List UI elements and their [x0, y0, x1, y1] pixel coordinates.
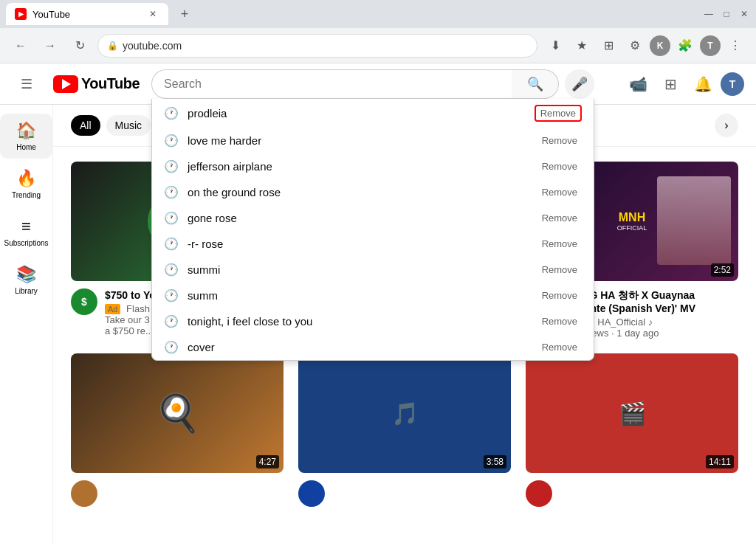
menu-dots-icon[interactable]: ⋮: [724, 34, 747, 58]
forward-button[interactable]: →: [38, 34, 62, 58]
video-details-5: [560, 480, 738, 507]
bookmark-icon[interactable]: ★: [570, 34, 594, 58]
youtube-play-triangle: [62, 79, 71, 89]
channel-avatar-4: [298, 480, 325, 507]
suggestion-7[interactable]: 🕐 summ Remove: [152, 283, 594, 308]
search-button[interactable]: 🔍: [512, 69, 559, 99]
suggestion-6-remove[interactable]: Remove: [537, 263, 582, 277]
sidebar-item-subscriptions[interactable]: ≡ Subscriptions: [0, 210, 52, 255]
video-info-4: [298, 473, 511, 507]
ad-badge: Ad: [105, 304, 120, 314]
trending-icon: 🔥: [16, 169, 36, 188]
browser-toolbar: ← → ↻ 🔒 youtube.com ⬇ ★ ⊞ ⚙ K 🧩 T ⋮: [0, 28, 756, 63]
suggestion-0-text: prodleia: [188, 107, 227, 120]
home-icon: 🏠: [16, 121, 36, 140]
sidebar-label-subscriptions: Subscriptions: [4, 239, 48, 247]
suggestion-5-remove[interactable]: Remove: [537, 237, 582, 251]
sidebar-item-library[interactable]: 📚 Library: [0, 257, 52, 302]
suggestion-6-left: 🕐 summi: [164, 263, 220, 277]
suggestion-1[interactable]: 🕐 love me harder Remove: [152, 128, 594, 153]
suggestion-3[interactable]: 🕐 on the ground rose Remove: [152, 179, 594, 205]
history-icon-3: 🕐: [164, 185, 179, 199]
history-icon-5: 🕐: [164, 237, 179, 251]
video-duration-2: 2:52: [711, 263, 734, 277]
suggestion-2-remove[interactable]: Remove: [537, 159, 582, 173]
suggestion-9[interactable]: 🕐 cover Remove: [152, 334, 594, 360]
history-icon-6: 🕐: [164, 263, 179, 277]
channel-avatar-5: [526, 480, 552, 507]
suggestion-3-remove[interactable]: Remove: [537, 185, 582, 199]
tab-close-button[interactable]: ✕: [146, 7, 159, 21]
address-bar[interactable]: 🔒 youtube.com: [97, 34, 537, 58]
suggestion-8-remove[interactable]: Remove: [537, 314, 582, 328]
suggestion-0-left: 🕐 prodleia: [164, 106, 227, 120]
youtube-header: ☰ YouTube 🔍 🎤 🕐 prodleia Remove: [0, 63, 756, 105]
video-thumb-4: 🎵 3:58: [298, 353, 511, 473]
url-display: youtube.com: [123, 40, 182, 52]
ext-t-icon[interactable]: T: [700, 35, 721, 56]
minimize-button[interactable]: —: [703, 8, 715, 20]
tab-favicon: ▶: [15, 8, 27, 20]
search-input[interactable]: [151, 69, 512, 99]
notifications-button[interactable]: 🔔: [688, 69, 718, 99]
suggestion-0[interactable]: 🕐 prodleia Remove: [152, 99, 594, 128]
create-video-button[interactable]: 📹: [623, 69, 653, 99]
video-info-5: [526, 473, 738, 507]
suggestion-6[interactable]: 🕐 summi Remove: [152, 257, 594, 283]
hamburger-menu-button[interactable]: ☰: [12, 69, 41, 99]
channel-avatar-3: [71, 480, 97, 507]
user-avatar[interactable]: T: [721, 72, 744, 96]
history-icon-4: 🕐: [164, 211, 179, 225]
sidebar-item-home[interactable]: 🏠 Home: [0, 114, 52, 159]
library-icon: 📚: [16, 265, 36, 284]
search-container: 🔍 🎤 🕐 prodleia Remove 🕐 love me harder: [151, 69, 594, 99]
ext-k-icon[interactable]: K: [650, 35, 670, 56]
sidebar-item-trending[interactable]: 🔥 Trending: [0, 162, 52, 207]
suggestion-4-text: gone rose: [188, 212, 237, 224]
download-icon[interactable]: ⬇: [543, 34, 567, 58]
suggestion-1-remove[interactable]: Remove: [537, 134, 582, 148]
suggestion-3-text: on the ground rose: [188, 186, 281, 198]
suggestion-4-remove[interactable]: Remove: [537, 211, 582, 225]
refresh-button[interactable]: ↻: [68, 34, 92, 58]
video-thumb-3: 🍳 4:27: [71, 353, 284, 473]
grid-icon[interactable]: ⊞: [597, 34, 620, 58]
suggestion-9-left: 🕐 cover: [164, 340, 215, 354]
puzzle-icon[interactable]: 🧩: [673, 34, 697, 58]
suggestion-8[interactable]: 🕐 tonight, i feel close to you Remove: [152, 308, 594, 334]
microphone-button[interactable]: 🎤: [565, 69, 594, 99]
video-card-5[interactable]: 🎬 14:11: [526, 353, 738, 507]
suggestion-5-text: -r- rose: [188, 238, 223, 250]
maximize-button[interactable]: □: [721, 8, 732, 20]
youtube-logo[interactable]: YouTube: [53, 75, 140, 93]
close-window-button[interactable]: ✕: [738, 8, 750, 20]
subscriptions-icon: ≡: [21, 217, 31, 236]
suggestion-0-remove[interactable]: Remove: [535, 105, 582, 122]
suggestion-5[interactable]: 🕐 -r- rose Remove: [152, 231, 594, 257]
translate-icon[interactable]: ⚙: [623, 34, 647, 58]
window-controls: — □ ✕: [703, 8, 750, 20]
lock-icon: 🔒: [107, 41, 118, 51]
video-card-3[interactable]: 🍳 4:27: [71, 353, 284, 507]
back-button[interactable]: ←: [9, 34, 32, 58]
suggestion-4[interactable]: 🕐 gone rose Remove: [152, 205, 594, 231]
filter-next-button[interactable]: ›: [715, 114, 738, 137]
history-icon-2: 🕐: [164, 159, 179, 173]
suggestion-7-remove[interactable]: Remove: [537, 288, 582, 302]
suggestion-9-remove[interactable]: Remove: [537, 340, 582, 354]
new-tab-button[interactable]: +: [174, 4, 195, 24]
youtube-logo-text: YouTube: [81, 75, 140, 92]
filter-chip-music[interactable]: Music: [106, 115, 151, 136]
sidebar-label-library: Library: [15, 287, 38, 295]
history-icon-7: 🕐: [164, 288, 179, 302]
video-details-4: [332, 480, 511, 507]
browser-tab[interactable]: ▶ YouTube ✕: [6, 3, 168, 25]
video-card-4[interactable]: 🎵 3:58: [298, 353, 511, 507]
filter-chip-all[interactable]: All: [71, 115, 100, 136]
video-thumb-5: 🎬 14:11: [526, 353, 738, 473]
browser-toolbar-icons: ⬇ ★ ⊞ ⚙ K 🧩 T ⋮: [543, 34, 747, 58]
suggestion-2[interactable]: 🕐 jefferson airplane Remove: [152, 153, 594, 179]
apps-grid-button[interactable]: ⊞: [656, 69, 685, 99]
video-duration-3: 4:27: [256, 455, 279, 468]
channel-avatar-0: $: [71, 288, 97, 315]
